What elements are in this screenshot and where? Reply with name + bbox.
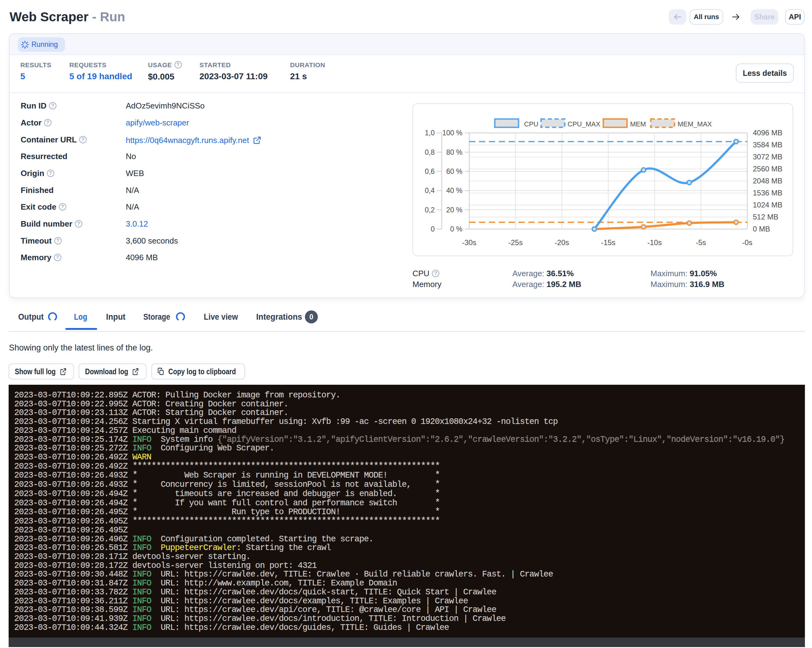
- svg-text:60 %: 60 %: [446, 168, 462, 175]
- svg-text:4096 MB: 4096 MB: [753, 128, 782, 137]
- svg-text:1,0: 1,0: [425, 129, 435, 137]
- svg-text:512 MB: 512 MB: [753, 213, 778, 221]
- svg-text:-30s: -30s: [462, 238, 476, 247]
- svg-text:0 MB: 0 MB: [753, 225, 770, 233]
- svg-text:0: 0: [430, 225, 435, 233]
- svg-text:CPU_MAX: CPU_MAX: [568, 120, 600, 128]
- svg-text:3584 MB: 3584 MB: [753, 140, 782, 149]
- svg-text:MEM: MEM: [630, 120, 646, 128]
- svg-text:0,4: 0,4: [425, 186, 435, 195]
- svg-text:-20s: -20s: [555, 238, 569, 247]
- svg-text:0,2: 0,2: [425, 206, 435, 214]
- svg-text:CPU: CPU: [524, 120, 538, 128]
- svg-text:MEM_MAX: MEM_MAX: [678, 120, 712, 128]
- svg-text:-5s: -5s: [696, 238, 706, 247]
- svg-text:3072 MB: 3072 MB: [753, 152, 782, 161]
- svg-text:20 %: 20 %: [446, 206, 462, 214]
- svg-text:1536 MB: 1536 MB: [753, 189, 782, 197]
- svg-text:80 %: 80 %: [446, 148, 462, 156]
- svg-text:2048 MB: 2048 MB: [753, 177, 782, 185]
- svg-text:-0s: -0s: [742, 238, 752, 247]
- svg-text:0,6: 0,6: [425, 168, 435, 175]
- svg-text:-10s: -10s: [647, 238, 662, 247]
- svg-text:1024 MB: 1024 MB: [753, 201, 782, 209]
- svg-text:2560 MB: 2560 MB: [753, 165, 782, 173]
- svg-text:-25s: -25s: [508, 238, 523, 247]
- svg-text:0,8: 0,8: [425, 148, 435, 156]
- svg-text:-15s: -15s: [601, 238, 616, 247]
- svg-text:100 %: 100 %: [443, 129, 462, 137]
- svg-text:40 %: 40 %: [446, 186, 462, 195]
- svg-text:0 %: 0 %: [450, 225, 462, 233]
